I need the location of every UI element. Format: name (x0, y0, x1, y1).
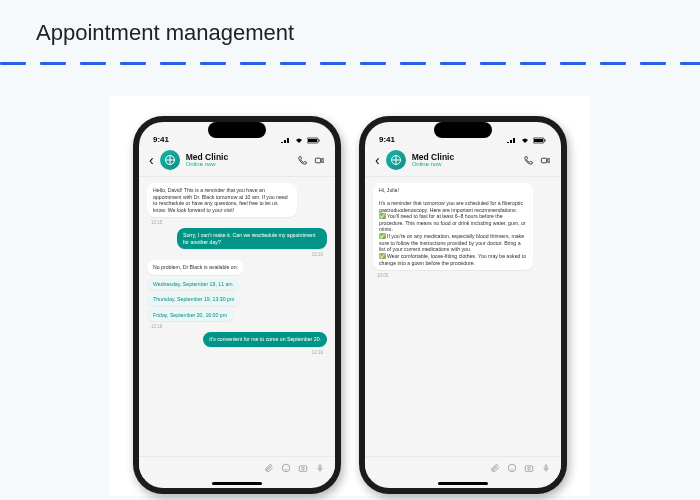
msg-time: 12:16 (308, 350, 327, 355)
status-indicators (507, 137, 547, 144)
msg-sent: Sorry, I can't make it. Can we reschedul… (177, 228, 327, 249)
signal-icon (281, 137, 291, 144)
svg-rect-4 (315, 158, 321, 163)
back-icon[interactable]: ‹ (375, 152, 380, 168)
avatar[interactable] (386, 150, 406, 170)
chat-header: ‹ Med Clinic Online now (365, 146, 561, 177)
svg-rect-6 (299, 465, 307, 470)
home-indicator (139, 478, 335, 488)
dashed-divider (0, 62, 700, 65)
msg-received: Hello, David! This is a reminder that yo… (147, 183, 297, 217)
mic-icon[interactable] (541, 463, 551, 473)
signal-icon (507, 137, 517, 144)
section-title: Appointment management (36, 20, 294, 46)
phone-screen: 9:41 ‹ Med Clinic Online now (139, 122, 335, 488)
svg-rect-11 (545, 140, 546, 142)
svg-point-16 (528, 467, 531, 470)
status-time: 9:41 (153, 135, 169, 144)
svg-rect-13 (541, 158, 547, 163)
svg-rect-8 (319, 464, 321, 468)
svg-rect-15 (525, 465, 533, 470)
svg-rect-17 (545, 464, 547, 468)
msg-time: 12:15 (147, 220, 162, 225)
message-list: Hello, David! This is a reminder that yo… (139, 177, 335, 456)
svg-point-5 (282, 464, 290, 472)
phone-screen: 9:41 ‹ Med Clinic Online now (365, 122, 561, 488)
option-button[interactable]: Thursday, September 19, 13:30 pm (147, 293, 240, 306)
phone-notch (208, 122, 266, 138)
input-toolbar (365, 456, 561, 478)
wifi-icon (294, 137, 304, 144)
battery-icon (533, 137, 547, 144)
attach-icon[interactable] (264, 463, 274, 473)
msg-time: 12:16 (147, 324, 162, 329)
emoji-icon[interactable] (507, 463, 517, 473)
message-list: Hi, Julia! It's a reminder that tomorrow… (365, 177, 561, 456)
phone-stage: 9:41 ‹ Med Clinic Online now (110, 96, 590, 496)
msg-time: 12:16 (308, 252, 327, 257)
msg-received: No problem, Dr Black is available on: (147, 260, 244, 275)
svg-rect-1 (308, 139, 317, 142)
msg-time: 10:05 (373, 273, 388, 278)
mic-icon[interactable] (315, 463, 325, 473)
attach-icon[interactable] (490, 463, 500, 473)
emoji-icon[interactable] (281, 463, 291, 473)
option-button[interactable]: Friday, September 20, 16:00 pm (147, 309, 233, 322)
status-time: 9:41 (379, 135, 395, 144)
phone-mockup-left: 9:41 ‹ Med Clinic Online now (133, 116, 341, 494)
wifi-icon (520, 137, 530, 144)
svg-point-14 (508, 464, 516, 472)
avatar[interactable] (160, 150, 180, 170)
svg-rect-10 (534, 139, 543, 142)
call-icon[interactable] (297, 155, 308, 166)
phone-notch (434, 122, 492, 138)
svg-rect-2 (319, 140, 320, 142)
chat-header: ‹ Med Clinic Online now (139, 146, 335, 177)
msg-sent: It's convenient for me to come on Septem… (203, 332, 327, 347)
input-toolbar (139, 456, 335, 478)
camera-icon[interactable] (524, 463, 534, 473)
back-icon[interactable]: ‹ (149, 152, 154, 168)
video-icon[interactable] (540, 155, 551, 166)
home-indicator (365, 478, 561, 488)
battery-icon (307, 137, 321, 144)
call-icon[interactable] (523, 155, 534, 166)
phone-mockup-right: 9:41 ‹ Med Clinic Online now (359, 116, 567, 494)
camera-icon[interactable] (298, 463, 308, 473)
video-icon[interactable] (314, 155, 325, 166)
status-indicators (281, 137, 321, 144)
chat-title: Med Clinic (412, 153, 517, 162)
svg-point-7 (302, 467, 305, 470)
option-button[interactable]: Wednesday, September 18, 11 am (147, 278, 239, 291)
chat-title: Med Clinic (186, 153, 291, 162)
msg-received: Hi, Julia! It's a reminder that tomorrow… (373, 183, 533, 270)
chat-status: Online now (186, 161, 291, 167)
chat-status: Online now (412, 161, 517, 167)
